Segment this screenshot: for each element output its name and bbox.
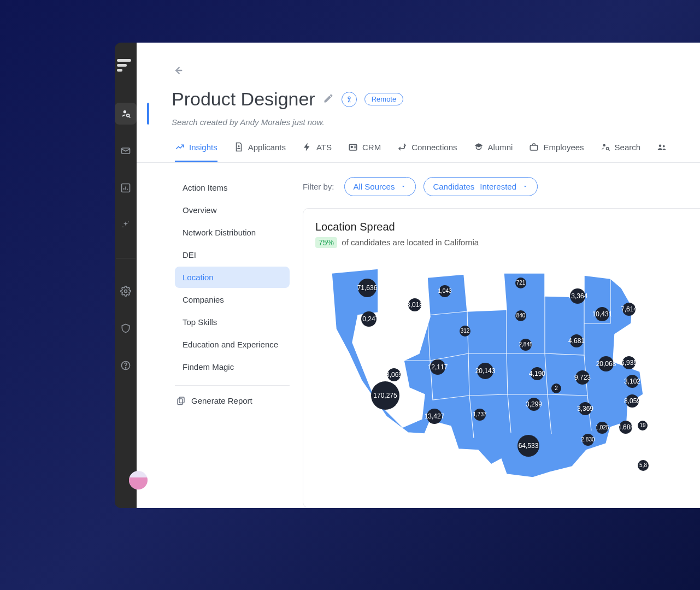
svg-rect-27 [178, 399, 183, 405]
tab-people[interactable] [657, 142, 671, 162]
svg-point-12 [125, 368, 126, 368]
map-bubble[interactable]: 13,427 [427, 409, 442, 424]
tabs: InsightsApplicantsATSCRMConnectionsAlumn… [137, 127, 700, 163]
tab-connections[interactable]: Connections [397, 142, 457, 162]
nav-search-people[interactable] [115, 103, 137, 125]
tab-label: Alumni [488, 143, 513, 152]
map-bubble[interactable]: 10,247 [361, 311, 377, 327]
remote-chip[interactable]: Remote [364, 93, 404, 105]
map-bubble[interactable]: 1,043 [439, 285, 451, 297]
location-card: Location Spread 75% of candidates are lo… [303, 208, 700, 508]
map-bubble[interactable]: 3,299 [527, 398, 540, 411]
map-bubble[interactable]: 2 [551, 384, 561, 393]
svg-point-8 [128, 221, 129, 222]
side-item-dei[interactable]: DEI [175, 244, 290, 266]
page-subtitle: Search created by Andy Morales just now. [172, 117, 700, 127]
map-bubble[interactable]: 2,845 [520, 339, 532, 351]
map-bubble[interactable]: 1,025 [596, 422, 608, 434]
map-bubble[interactable]: 5,8 [638, 460, 649, 471]
map-bubble[interactable]: 10,431 [595, 307, 609, 321]
page-header: Product Designer Remote Search created b… [137, 43, 700, 127]
tab-search[interactable]: Search [601, 142, 641, 162]
map-bubble[interactable]: 7,614 [622, 303, 636, 316]
edit-icon[interactable] [323, 93, 334, 106]
side-item-action-items[interactable]: Action Items [175, 177, 290, 198]
map-bubble[interactable]: 19 [638, 421, 648, 430]
nav-mail[interactable] [115, 140, 137, 162]
map-bubble[interactable]: 20,068 [598, 356, 614, 371]
svg-point-14 [348, 97, 350, 99]
map-bubble[interactable]: 71,636 [358, 279, 377, 297]
logo-icon [117, 59, 134, 72]
map-bubble[interactable]: 2,830 [582, 434, 594, 446]
map-bubble[interactable]: 840 [515, 310, 526, 321]
map-bubble[interactable]: 3,369 [579, 402, 592, 415]
generate-report-button[interactable]: Generate Report [175, 392, 290, 409]
filter-sources[interactable]: All Sources [344, 177, 416, 196]
map-bubble[interactable]: 3,069 [387, 368, 401, 381]
tab-crm[interactable]: CRM [348, 142, 381, 162]
title-row: Product Designer Remote [172, 88, 700, 110]
nav-sparkle[interactable] [115, 214, 137, 236]
side-item-companies[interactable]: Companies [175, 289, 290, 310]
side-item-findem-magic[interactable]: Findem Magic [175, 356, 290, 377]
side-item-location[interactable]: Location [175, 267, 290, 288]
card-title: Location Spread [315, 221, 700, 233]
side-divider [175, 385, 290, 386]
nav-shield[interactable] [115, 317, 137, 339]
tab-alumni[interactable]: Alumni [474, 142, 513, 162]
remote-chip-label: Remote [372, 95, 397, 103]
tab-label: Applicants [248, 143, 286, 152]
map-bubble[interactable]: 721 [515, 278, 526, 288]
filters-row: Filter by: All Sources Candidates Intere… [303, 177, 700, 196]
map-bubble[interactable]: 1,737 [474, 409, 486, 421]
map-bubble[interactable]: 3,102 [626, 375, 639, 388]
svg-rect-26 [179, 397, 184, 403]
user-avatar[interactable] [129, 471, 148, 489]
svg-point-25 [663, 145, 665, 148]
tab-insights[interactable]: Insights [175, 142, 217, 162]
generate-report-label: Generate Report [191, 396, 252, 405]
app-window: Product Designer Remote Search created b… [115, 43, 700, 508]
map-bubble[interactable]: 64,533 [517, 435, 539, 457]
sidebar-nav [115, 103, 137, 376]
svg-point-1 [127, 114, 130, 117]
map-area[interactable]: 71,636170,27510,2471,0433,01831212,1173,… [315, 258, 700, 493]
nav-help[interactable] [115, 355, 137, 376]
map-bubble[interactable]: 6,935 [622, 356, 636, 369]
side-item-top-skills[interactable]: Top Skills [175, 311, 290, 333]
content-area: Filter by: All Sources Candidates Intere… [303, 177, 700, 508]
nav-settings[interactable] [115, 280, 137, 302]
nav-analytics[interactable] [115, 177, 137, 199]
map-bubble[interactable]: 8,059 [626, 394, 639, 408]
card-subtitle: 75% of candidates are located in Califor… [315, 238, 700, 247]
map-bubble[interactable]: 3,018 [408, 298, 421, 311]
map-bubble[interactable]: 170,275 [371, 381, 399, 410]
back-button[interactable] [172, 64, 184, 76]
side-item-overview[interactable]: Overview [175, 199, 290, 221]
map-bubble[interactable]: 12,117 [430, 359, 445, 375]
svg-point-15 [238, 145, 239, 147]
tab-label: Search [615, 143, 641, 152]
map-bubble[interactable]: 9,723 [575, 370, 590, 385]
map-bubble[interactable]: 4,190 [531, 367, 544, 380]
card-subtitle-text: of candidates are located in California [342, 238, 479, 247]
page-body: Action ItemsOverviewNetwork Distribution… [137, 163, 700, 508]
tab-ats[interactable]: ATS [302, 142, 332, 162]
map-bubble[interactable]: 4,688 [619, 421, 632, 434]
filter-candidates[interactable]: Candidates Interested [423, 177, 538, 196]
tab-employees[interactable]: Employees [529, 142, 584, 162]
map-bubble[interactable]: 312 [460, 326, 470, 337]
side-item-education-and-experience[interactable]: Education and Experience [175, 334, 290, 355]
tab-applicants[interactable]: Applicants [234, 142, 286, 162]
card-badge: 75% [315, 237, 337, 248]
filter-sources-value: All Sources [354, 182, 395, 191]
side-item-network-distribution[interactable]: Network Distribution [175, 222, 290, 243]
svg-point-24 [659, 145, 662, 148]
map-bubble[interactable]: 4,681 [570, 334, 583, 347]
svg-line-23 [608, 150, 609, 151]
map-bubble[interactable]: 13,364 [570, 288, 585, 304]
svg-point-21 [603, 144, 605, 147]
map-bubble[interactable]: 20,143 [477, 363, 493, 379]
profile-chip[interactable] [342, 92, 357, 107]
